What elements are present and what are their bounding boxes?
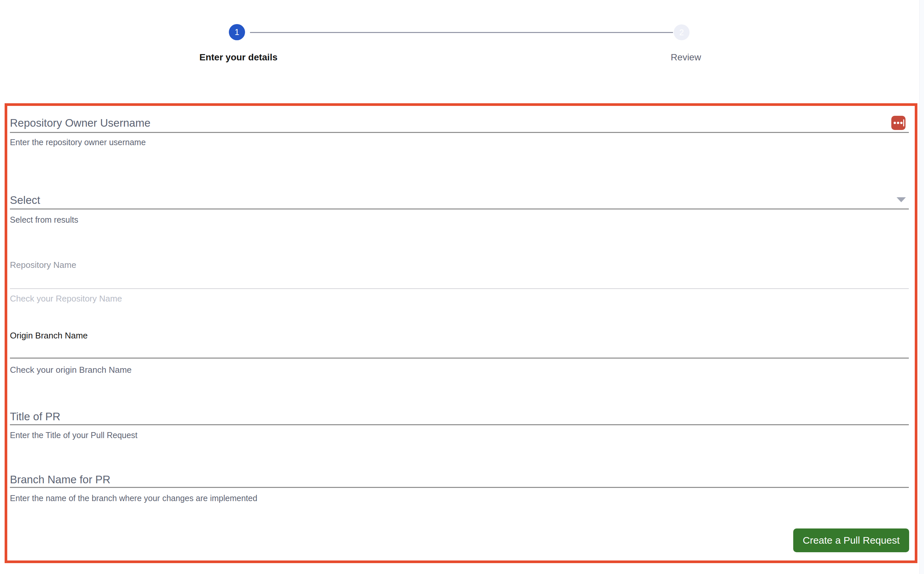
autofill-dot (900, 122, 903, 124)
pr-branch-name-label: Branch Name for PR (10, 473, 110, 486)
repository-name-helper: Check your Repository Name (10, 293, 122, 304)
repository-owner-username-underline (10, 132, 909, 133)
step-2-number: 2 (679, 28, 684, 37)
scrollbar-track[interactable] (919, 0, 924, 574)
pr-branch-name-input[interactable] (10, 471, 909, 488)
pr-branch-name-underline (10, 487, 909, 488)
select-dropdown[interactable] (10, 191, 909, 210)
highlighted-form-panel: Repository Owner Username Enter the repo… (5, 103, 918, 563)
autofill-bar (903, 120, 904, 126)
page: 1 2 Enter your details Review Repository… (0, 0, 924, 574)
repository-name-input[interactable] (10, 258, 909, 290)
autofill-dot (897, 122, 899, 124)
repository-owner-username-label: Repository Owner Username (10, 117, 150, 129)
step-1-label: Enter your details (199, 52, 278, 63)
select-underline (10, 208, 909, 210)
repository-name-label: Repository Name (10, 260, 76, 270)
origin-branch-name-helper: Check your origin Branch Name (10, 365, 132, 375)
pr-title-helper: Enter the Title of your Pull Request (10, 430, 138, 440)
pr-title-underline (10, 424, 909, 425)
step-2-indicator[interactable]: 2 (674, 24, 690, 40)
repository-name-underline (10, 288, 909, 289)
pr-branch-name-helper: Enter the name of the branch where your … (10, 494, 257, 503)
origin-branch-name-label: Origin Branch Name (10, 331, 88, 341)
select-helper: Select from results (10, 215, 78, 225)
pr-title-label: Title of PR (10, 410, 60, 423)
autofill-dot (894, 122, 896, 124)
caret-down-icon[interactable] (897, 197, 906, 202)
step-connector-line (250, 32, 673, 33)
pr-title-input[interactable] (10, 408, 909, 426)
repository-owner-username-helper: Enter the repository owner username (10, 137, 146, 147)
origin-branch-name-input[interactable] (10, 328, 909, 359)
step-1-number: 1 (235, 27, 239, 37)
step-2-label: Review (671, 52, 701, 63)
origin-branch-name-underline (10, 358, 909, 359)
step-1-indicator[interactable]: 1 (229, 24, 245, 40)
password-autofill-icon[interactable] (891, 116, 905, 130)
select-label: Select (10, 194, 40, 207)
create-pull-request-button[interactable]: Create a Pull Request (793, 528, 909, 552)
